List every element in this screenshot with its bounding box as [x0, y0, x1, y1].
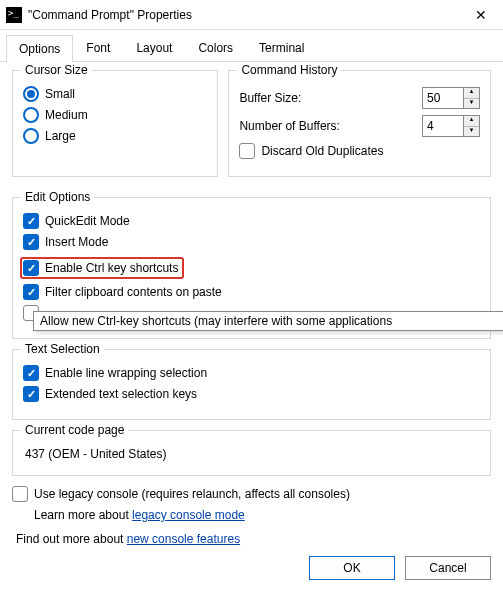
legend-code-page: Current code page [21, 423, 128, 437]
checkbox-label: Insert Mode [45, 235, 108, 249]
radio-icon [23, 128, 39, 144]
tab-terminal[interactable]: Terminal [246, 34, 317, 61]
checkbox-icon [23, 365, 39, 381]
find-out-more: Find out more about new console features [16, 532, 491, 546]
spinner-num-buffers[interactable]: ▲▼ [422, 115, 480, 137]
legend-command-history: Command History [237, 63, 341, 77]
tab-options[interactable]: Options [6, 35, 73, 62]
tab-font[interactable]: Font [73, 34, 123, 61]
label-num-buffers: Number of Buffers: [239, 119, 422, 133]
highlight-ctrl-shortcuts: Enable Ctrl key shortcuts [20, 257, 184, 279]
check-line-wrapping[interactable]: Enable line wrapping selection [23, 365, 480, 381]
link-legacy-console[interactable]: legacy console mode [132, 508, 245, 522]
input-buffer-size[interactable] [422, 87, 464, 109]
checkbox-icon [239, 143, 255, 159]
radio-medium[interactable]: Medium [23, 107, 207, 123]
code-page-value: 437 (OEM - United States) [25, 447, 478, 461]
ok-button[interactable]: OK [309, 556, 395, 580]
checkbox-label: Discard Old Duplicates [261, 144, 383, 158]
window-title: "Command Prompt" Properties [28, 8, 461, 22]
checkbox-icon [12, 486, 28, 502]
close-button[interactable]: ✕ [461, 0, 501, 30]
radio-label: Large [45, 129, 76, 143]
radio-large[interactable]: Large [23, 128, 207, 144]
check-ctrl-shortcuts[interactable]: Enable Ctrl key shortcuts [23, 260, 178, 276]
check-legacy-console[interactable]: Use legacy console (requires relaunch, a… [12, 486, 491, 502]
checkbox-icon [23, 284, 39, 300]
group-command-history: Command History Buffer Size: ▲▼ Number o… [228, 70, 491, 177]
checkbox-label: Filter clipboard contents on paste [45, 285, 222, 299]
link-new-console-features[interactable]: new console features [127, 532, 240, 546]
group-code-page: Current code page 437 (OEM - United Stat… [12, 430, 491, 476]
tab-colors[interactable]: Colors [185, 34, 246, 61]
spinner-buffer-size[interactable]: ▲▼ [422, 87, 480, 109]
radio-label: Small [45, 87, 75, 101]
check-filter-clipboard[interactable]: Filter clipboard contents on paste [23, 284, 480, 300]
label-buffer-size: Buffer Size: [239, 91, 422, 105]
group-text-selection: Text Selection Enable line wrapping sele… [12, 349, 491, 420]
radio-label: Medium [45, 108, 88, 122]
checkbox-label: Enable Ctrl key shortcuts [45, 261, 178, 275]
check-extended-selection[interactable]: Extended text selection keys [23, 386, 480, 402]
legend-edit-options: Edit Options [21, 190, 94, 204]
legend-cursor-size: Cursor Size [21, 63, 92, 77]
radio-icon [23, 86, 39, 102]
checkbox-icon [23, 260, 39, 276]
check-discard-duplicates[interactable]: Discard Old Duplicates [239, 143, 480, 159]
checkbox-label: QuickEdit Mode [45, 214, 130, 228]
learn-more-legacy: Learn more about legacy console mode [34, 508, 491, 522]
spin-buttons[interactable]: ▲▼ [464, 87, 480, 109]
app-icon [6, 7, 22, 23]
cancel-button[interactable]: Cancel [405, 556, 491, 580]
radio-icon [23, 107, 39, 123]
checkbox-icon [23, 234, 39, 250]
radio-small[interactable]: Small [23, 86, 207, 102]
group-cursor-size: Cursor Size Small Medium Large [12, 70, 218, 177]
spin-buttons[interactable]: ▲▼ [464, 115, 480, 137]
checkbox-label: Extended text selection keys [45, 387, 197, 401]
check-quickedit[interactable]: QuickEdit Mode [23, 213, 480, 229]
checkbox-label: Enable line wrapping selection [45, 366, 207, 380]
checkbox-label: Use legacy console (requires relaunch, a… [34, 487, 350, 501]
checkbox-icon [23, 386, 39, 402]
tab-layout[interactable]: Layout [123, 34, 185, 61]
input-num-buffers[interactable] [422, 115, 464, 137]
titlebar: "Command Prompt" Properties ✕ [0, 0, 503, 30]
tabstrip: Options Font Layout Colors Terminal [0, 30, 503, 62]
check-insert-mode[interactable]: Insert Mode [23, 234, 480, 250]
tooltip-ctrl-shortcuts: Allow new Ctrl-key shortcuts (may interf… [33, 311, 503, 331]
legend-text-selection: Text Selection [21, 342, 104, 356]
checkbox-icon [23, 213, 39, 229]
